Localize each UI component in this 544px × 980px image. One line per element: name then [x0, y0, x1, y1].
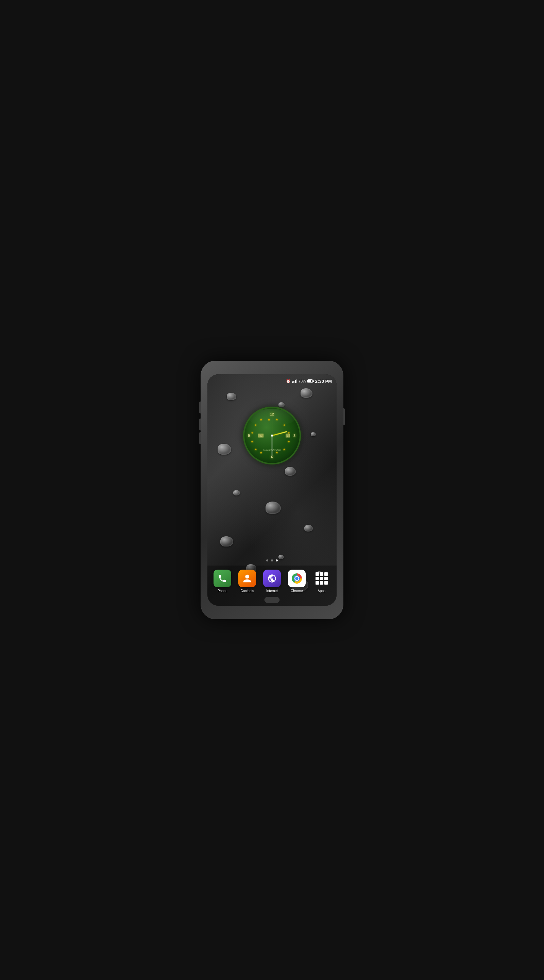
phone-device: ⏰ 73% 2:30 PM	[201, 361, 343, 619]
water-drop	[285, 467, 296, 476]
clock-star: ★	[254, 423, 257, 427]
clock-star: ★	[275, 451, 278, 454]
apps-grid-dot	[324, 577, 328, 580]
status-bar-right: ⏰ 73% 2:30 PM	[286, 379, 332, 384]
clock-star: ★	[251, 431, 254, 434]
page-dot-2[interactable]	[271, 559, 273, 562]
contacts-app-icon[interactable]	[238, 570, 256, 587]
chrome-app-label: Chrome	[291, 589, 303, 593]
clock-star: ★	[251, 440, 254, 443]
clock-face: ★ ★ ★ ★ ★ ★ ★ ★ ★ ★ ★ ★ ★ 12 3 6	[243, 407, 301, 465]
signal-bar-1	[292, 382, 293, 383]
water-drop	[301, 388, 312, 398]
battery-tip	[313, 380, 314, 382]
water-drop	[311, 432, 316, 436]
page-dot-1[interactable]	[266, 559, 268, 562]
apps-grid-dot	[320, 577, 324, 580]
water-drop	[233, 490, 240, 495]
clock-inner: ★ ★ ★ ★ ★ ★ ★ ★ ★ ★ ★ ★ ★ 12 3 6	[244, 408, 300, 463]
clock-star: ★	[268, 418, 270, 421]
clock-star: ★	[260, 451, 262, 454]
clock-hour-hand	[272, 431, 287, 436]
signal-bar-3	[295, 380, 296, 383]
clock-star: ★	[254, 448, 257, 451]
page-indicators	[266, 559, 278, 562]
signal-bars	[292, 379, 297, 383]
apps-grid-dot	[320, 581, 324, 585]
battery-fill	[308, 380, 311, 382]
water-drop	[304, 525, 313, 531]
clock-num-3: 3	[293, 434, 295, 438]
apps-grid-dot	[316, 577, 319, 580]
water-drop	[227, 393, 236, 400]
signal-bar-4	[296, 379, 297, 383]
clock-star: ★	[275, 418, 278, 421]
dock-item-phone[interactable]: Phone	[212, 570, 233, 593]
battery-body	[308, 379, 313, 383]
apps-grid-dot	[316, 581, 319, 585]
apps-grid-dot	[320, 572, 324, 576]
phone-screen: ⏰ 73% 2:30 PM	[208, 374, 336, 606]
status-bar: ⏰ 73% 2:30 PM	[208, 377, 336, 385]
water-drop	[266, 501, 281, 514]
internet-app-icon[interactable]	[263, 570, 281, 587]
apps-grid-dot	[324, 572, 328, 576]
svg-point-3	[295, 577, 298, 580]
water-drop	[278, 402, 285, 407]
battery-percent: 73%	[298, 379, 306, 383]
phone-app-icon[interactable]	[214, 570, 231, 587]
clock-star: ★	[287, 440, 290, 443]
dock-item-contacts[interactable]: Contacts	[237, 570, 257, 593]
signal-bar-2	[293, 381, 295, 383]
clock-star: ★	[283, 448, 285, 451]
alarm-icon: ⏰	[286, 379, 291, 383]
water-drop	[220, 536, 233, 546]
water-drop	[278, 555, 284, 559]
clock-widget[interactable]: ★ ★ ★ ★ ★ ★ ★ ★ ★ ★ ★ ★ ★ 12 3 6	[243, 407, 301, 465]
clock-star: ★	[260, 418, 262, 421]
clock-center-dot	[271, 434, 273, 437]
clock-minute-hand	[272, 436, 272, 456]
page-dot-3[interactable]	[276, 559, 278, 562]
dock-item-apps[interactable]: Apps	[311, 570, 332, 593]
clock-star: ★	[283, 423, 285, 427]
apps-grid-dot	[324, 581, 328, 585]
clock-indicator-left: 02	[259, 434, 264, 438]
contacts-app-label: Contacts	[240, 589, 254, 593]
apps-grid	[314, 571, 329, 586]
dock-item-internet[interactable]: Internet	[262, 570, 282, 593]
phone-app-label: Phone	[217, 589, 227, 593]
clock-indicator-right: 9	[285, 434, 290, 438]
water-drop	[217, 444, 231, 455]
chrome-app-icon[interactable]	[288, 570, 306, 587]
clock-num-9: 9	[248, 434, 250, 438]
apps-grid-dot	[316, 572, 319, 576]
dock-item-chrome[interactable]: Chrome	[287, 570, 307, 593]
apps-app-icon[interactable]	[313, 570, 330, 587]
internet-app-label: Internet	[266, 589, 278, 593]
status-time: 2:30 PM	[315, 379, 332, 384]
home-button[interactable]	[265, 597, 280, 603]
battery-icon	[308, 379, 314, 383]
apps-app-label: Apps	[317, 589, 325, 593]
